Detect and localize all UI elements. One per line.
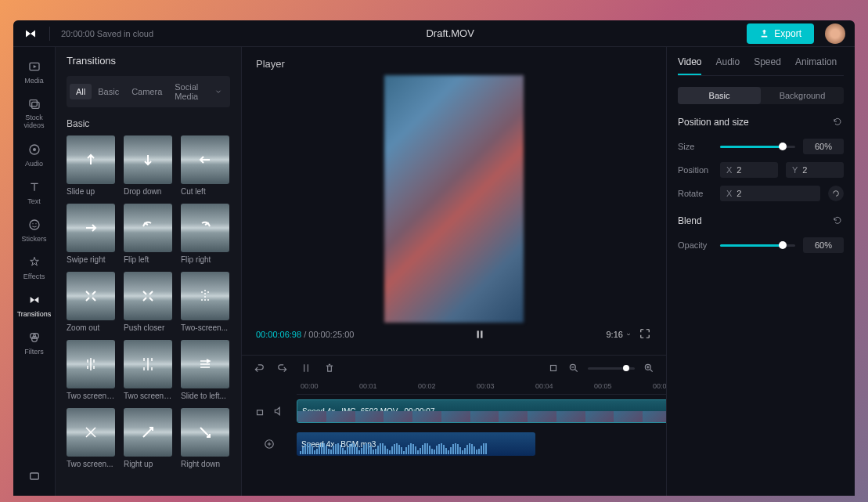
filter-more-button[interactable]	[210, 88, 227, 96]
filter-all[interactable]: All	[70, 84, 92, 99]
plus-icon	[264, 439, 275, 450]
transition-item[interactable]: Zoom out	[67, 272, 116, 332]
svg-point-7	[35, 223, 36, 224]
nav-label: Media	[24, 77, 44, 85]
track-lock-button[interactable]	[254, 406, 265, 417]
filter-basic[interactable]: Basic	[92, 84, 125, 99]
audio-icon	[27, 143, 41, 157]
nav-stickers[interactable]: Stickers	[15, 213, 54, 247]
nav-label: Effects	[23, 273, 45, 280]
transition-item[interactable]: Push closer	[124, 272, 173, 332]
rotate-label: Rotate	[678, 189, 712, 198]
left-nav: Media Stock videos Audio Text Stickers E…	[13, 47, 56, 496]
rotate-button[interactable]	[828, 186, 844, 201]
zoom-in-icon	[643, 363, 654, 374]
svg-rect-14	[551, 366, 556, 371]
ruler-tick: 00:03	[477, 382, 495, 390]
position-y-input[interactable]: Y2	[786, 162, 844, 178]
reset-icon	[833, 215, 842, 225]
redo-button[interactable]	[276, 362, 289, 374]
transition-item[interactable]: Swipe right	[67, 204, 116, 264]
tab-animation[interactable]: Animation	[795, 56, 837, 75]
audio-track[interactable]: Speed 4x BGM.mp3	[297, 428, 666, 460]
nav-audio[interactable]: Audio	[15, 138, 54, 172]
transition-item[interactable]: Two-screen...	[181, 272, 230, 332]
export-button[interactable]: Export	[747, 23, 814, 44]
ruler-tick: 00:02	[418, 382, 436, 390]
svg-point-4	[33, 148, 36, 151]
split-button[interactable]	[300, 362, 312, 374]
transition-item[interactable]: Cut left	[181, 135, 230, 196]
crop-icon	[548, 363, 559, 374]
user-avatar[interactable]	[825, 23, 845, 44]
nav-transitions[interactable]: Transitions	[15, 288, 54, 323]
aspect-ratio[interactable]: 9:16	[607, 330, 632, 339]
reset-button[interactable]	[833, 117, 844, 128]
transition-item[interactable]: Right down	[181, 408, 230, 468]
chevron-down-icon	[625, 331, 632, 338]
size-label: Size	[678, 142, 712, 151]
section-title: Position and size	[678, 117, 749, 128]
svg-point-10	[31, 336, 37, 341]
transition-item[interactable]: Two screen...	[67, 408, 116, 468]
timeline-ruler[interactable]: 00:0000:0100:0200:0300:0400:0500:0600:07…	[297, 381, 666, 395]
audio-clip[interactable]: Speed 4x BGM.mp3	[297, 432, 535, 456]
track-mute-button[interactable]	[273, 406, 284, 417]
delete-button[interactable]	[323, 362, 336, 374]
fullscreen-button[interactable]	[639, 328, 652, 341]
filter-camera[interactable]: Camera	[125, 84, 168, 99]
track-video-controls	[242, 395, 297, 428]
tab-audio[interactable]: Audio	[715, 56, 740, 75]
nav-effects[interactable]: Effects	[15, 251, 54, 285]
transitions-icon	[27, 293, 41, 307]
upload-icon	[759, 28, 769, 38]
video-stage[interactable]	[256, 78, 652, 320]
transition-item[interactable]: Flip left	[124, 204, 173, 264]
undo-button[interactable]	[253, 362, 265, 374]
transition-item[interactable]: Two screens...	[124, 340, 173, 400]
video-clip-1[interactable]: Speed 4x IMG_6502.MOV 00:00:07	[297, 399, 666, 423]
total-time: 00:00:25:00	[308, 330, 354, 339]
section-title: Blend	[678, 215, 702, 226]
track-add-button[interactable]	[264, 439, 275, 450]
tab-speed[interactable]: Speed	[754, 56, 781, 75]
topbar: 20:00:00 Saved in cloud Draft.MOV Export	[13, 20, 855, 47]
nav-label: Filters	[24, 348, 44, 356]
trash-icon	[324, 363, 335, 374]
size-slider[interactable]	[720, 146, 795, 148]
video-track[interactable]: Speed 4x IMG_6502.MOV 00:00:07 Stock vid…	[297, 395, 666, 428]
ruler-tick: 00:01	[359, 382, 377, 390]
subtab-basic[interactable]: Basic	[678, 87, 761, 104]
opacity-value[interactable]: 60%	[803, 237, 844, 253]
zoom-out-button[interactable]	[567, 362, 580, 374]
position-x-input[interactable]: X2	[720, 162, 778, 178]
zoom-slider[interactable]	[588, 367, 635, 370]
transition-item[interactable]: Right up	[124, 408, 173, 468]
svg-rect-13	[481, 330, 483, 338]
transition-item[interactable]: Flip right	[181, 204, 230, 264]
chevron-down-icon	[214, 88, 222, 96]
nav-stock-videos[interactable]: Stock videos	[15, 92, 54, 135]
crop-button[interactable]	[547, 362, 560, 374]
property-subtabs: Basic Background	[678, 87, 844, 104]
rotate-input[interactable]: X2	[720, 186, 820, 201]
transition-item[interactable]: Slide to left...	[181, 340, 230, 400]
save-status: 20:00:00 Saved in cloud	[61, 29, 153, 38]
tab-video[interactable]: Video	[678, 56, 701, 75]
transition-item[interactable]: Drop down	[124, 135, 173, 196]
nav-text[interactable]: Text	[15, 175, 54, 210]
transition-item[interactable]: Two screen v...	[67, 340, 116, 400]
size-value[interactable]: 60%	[803, 139, 844, 154]
pause-button[interactable]	[472, 327, 488, 342]
reset-button[interactable]	[833, 215, 844, 226]
zoom-in-button[interactable]	[643, 362, 655, 374]
nav-settings[interactable]	[15, 464, 54, 488]
opacity-slider[interactable]	[720, 244, 795, 247]
properties-panel: Video Audio Speed Animation Basic Backgr…	[667, 47, 855, 496]
filter-social[interactable]: Social Media	[168, 79, 210, 104]
transition-item[interactable]: Slide up	[67, 135, 116, 196]
subtab-background[interactable]: Background	[761, 87, 844, 104]
nav-filters[interactable]: Filters	[15, 326, 54, 360]
nav-media[interactable]: Media	[15, 55, 54, 89]
player-area: Player 00:00:06:98 / 00:00:25:00 9:16	[242, 47, 666, 355]
